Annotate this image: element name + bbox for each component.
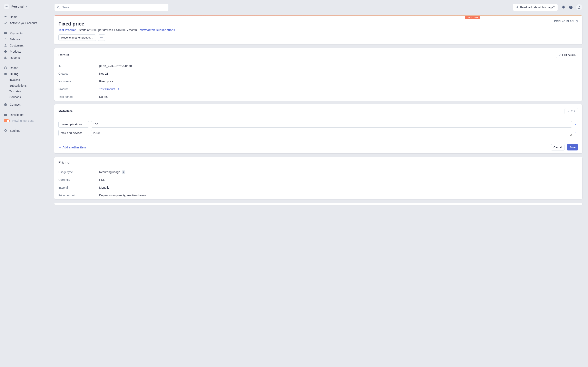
plan-title: Fixed price bbox=[58, 21, 175, 27]
user-icon bbox=[4, 44, 7, 47]
test-data-label: Viewing test data bbox=[12, 119, 34, 122]
remove-row-icon[interactable] bbox=[574, 123, 578, 126]
bar-chart-icon bbox=[4, 56, 7, 59]
nav-activate[interactable]: Activate your account bbox=[0, 20, 49, 26]
product-link[interactable]: Test Product bbox=[58, 28, 76, 32]
delete-plan-icon[interactable] bbox=[575, 20, 578, 23]
save-button[interactable]: Save bbox=[567, 144, 578, 150]
pricing-row-currency: Currency EUR bbox=[58, 176, 578, 184]
metadata-value-input[interactable]: 100 bbox=[91, 121, 572, 128]
svg-point-11 bbox=[101, 37, 102, 38]
metadata-title: Metadata bbox=[58, 109, 72, 113]
wallet-icon bbox=[4, 31, 7, 35]
detail-row-nickname: Nickname Fixed price bbox=[58, 77, 578, 85]
transfer-icon bbox=[4, 38, 7, 41]
bell-icon[interactable] bbox=[562, 5, 566, 9]
svg-point-6 bbox=[57, 6, 59, 8]
svg-text:?: ? bbox=[570, 6, 571, 8]
plan-hero-card: TEST DATA Fixed price Test Product Start… bbox=[54, 16, 582, 44]
check-icon bbox=[4, 21, 7, 25]
svg-point-3 bbox=[5, 74, 6, 75]
nav-products[interactable]: Products bbox=[0, 49, 49, 55]
more-actions-button[interactable] bbox=[98, 34, 105, 41]
search-icon bbox=[57, 6, 60, 9]
nav-reports[interactable]: Reports bbox=[0, 55, 49, 61]
radar-icon bbox=[4, 66, 7, 70]
pencil-icon bbox=[567, 110, 570, 113]
search-box[interactable] bbox=[54, 4, 169, 11]
search-input[interactable] bbox=[62, 6, 166, 9]
nav-billing[interactable]: Billing bbox=[0, 71, 49, 77]
svg-point-12 bbox=[102, 37, 103, 38]
workspace-switcher[interactable]: Personal bbox=[0, 4, 49, 13]
detail-row-trial: Trial period No trial bbox=[58, 93, 578, 101]
metadata-card: Metadata Edit 100 2000 bbox=[54, 104, 582, 153]
info-icon[interactable]: i bbox=[122, 170, 125, 174]
billing-icon bbox=[4, 72, 7, 76]
svg-point-9 bbox=[579, 6, 580, 7]
view-subscriptions-link[interactable]: View active subscriptions bbox=[140, 28, 175, 32]
metadata-row: 2000 bbox=[58, 130, 578, 136]
megaphone-icon bbox=[516, 6, 519, 9]
detail-row-id: ID plan_GDkIQRYiwCunfD bbox=[58, 62, 578, 70]
svg-point-0 bbox=[5, 44, 6, 45]
sidebar: Personal Home Activate your account Paym… bbox=[0, 0, 49, 367]
gear-icon bbox=[4, 129, 7, 133]
metadata-value-input[interactable]: 2000 bbox=[91, 130, 572, 136]
svg-rect-5 bbox=[4, 114, 7, 116]
pricing-row-ppu: Price per unit Depends on quantity, see … bbox=[58, 192, 578, 199]
feedback-button[interactable]: Feedback about this page? bbox=[513, 4, 558, 11]
price-summary: Starts at €0.00 per devices + €150.00 / … bbox=[79, 28, 137, 32]
metadata-key-input[interactable] bbox=[58, 130, 89, 136]
pricing-row-usage: Usage type Recurring usage i bbox=[58, 168, 578, 176]
nav-connect[interactable]: Connect bbox=[0, 101, 49, 108]
topbar: Feedback about this page? ? bbox=[54, 4, 582, 11]
arrow-right-icon bbox=[117, 88, 120, 91]
nav-payments[interactable]: Payments bbox=[0, 30, 49, 36]
detail-row-created: Created Nov 21 bbox=[58, 70, 578, 77]
globe-icon bbox=[4, 103, 7, 106]
nav-coupons[interactable]: Coupons bbox=[0, 94, 49, 100]
test-data-badge: TEST DATA bbox=[465, 16, 480, 19]
help-icon[interactable]: ? bbox=[569, 5, 573, 9]
metadata-row: 100 bbox=[58, 121, 578, 128]
workspace-logo-icon bbox=[4, 4, 9, 9]
svg-point-10 bbox=[100, 37, 101, 38]
chevron-down-icon bbox=[26, 5, 28, 8]
nav-customers[interactable]: Customers bbox=[0, 42, 49, 49]
pricing-title: Pricing bbox=[58, 161, 69, 164]
cancel-button[interactable]: Cancel bbox=[551, 144, 565, 150]
add-metadata-item[interactable]: Add another item bbox=[58, 146, 86, 149]
detail-row-product: Product Test Product bbox=[58, 85, 578, 93]
details-title: Details bbox=[58, 53, 69, 57]
avatar[interactable] bbox=[576, 4, 582, 10]
plan-type-tag: PRICING PLAN bbox=[554, 20, 578, 23]
move-product-button[interactable]: Move to another product… bbox=[58, 34, 96, 41]
terminal-icon bbox=[4, 113, 7, 117]
nav-tax-rates[interactable]: Tax rates bbox=[0, 89, 49, 94]
main-content: Feedback about this page? ? TEST DATA Fi… bbox=[49, 0, 588, 367]
test-data-toggle[interactable] bbox=[4, 119, 10, 122]
metadata-key-input[interactable] bbox=[58, 121, 89, 128]
test-data-toggle-row: Viewing test data bbox=[0, 118, 49, 124]
nav-settings[interactable]: Settings bbox=[0, 128, 49, 134]
detail-product-link[interactable]: Test Product bbox=[99, 87, 115, 91]
remove-row-icon[interactable] bbox=[574, 132, 578, 134]
next-card-peek bbox=[54, 203, 582, 205]
edit-metadata-button[interactable]: Edit bbox=[564, 108, 578, 114]
workspace-name: Personal bbox=[11, 5, 24, 8]
plus-icon bbox=[58, 146, 61, 149]
nav-developers[interactable]: Developers bbox=[0, 112, 49, 118]
box-icon bbox=[4, 50, 7, 53]
home-icon bbox=[4, 15, 7, 19]
nav-home[interactable]: Home bbox=[0, 14, 49, 20]
pencil-icon bbox=[559, 54, 561, 56]
edit-details-button[interactable]: Edit details bbox=[556, 52, 578, 58]
nav-subscriptions[interactable]: Subscriptions bbox=[0, 83, 49, 89]
nav-radar[interactable]: Radar bbox=[0, 65, 49, 71]
nav-invoices[interactable]: Invoices bbox=[0, 77, 49, 83]
pricing-row-interval: Interval Monthly bbox=[58, 184, 578, 192]
ellipsis-icon bbox=[100, 37, 103, 38]
nav-balance[interactable]: Balance bbox=[0, 36, 49, 42]
details-card: Details Edit details ID plan_GDkIQRYiwCu… bbox=[54, 48, 582, 101]
